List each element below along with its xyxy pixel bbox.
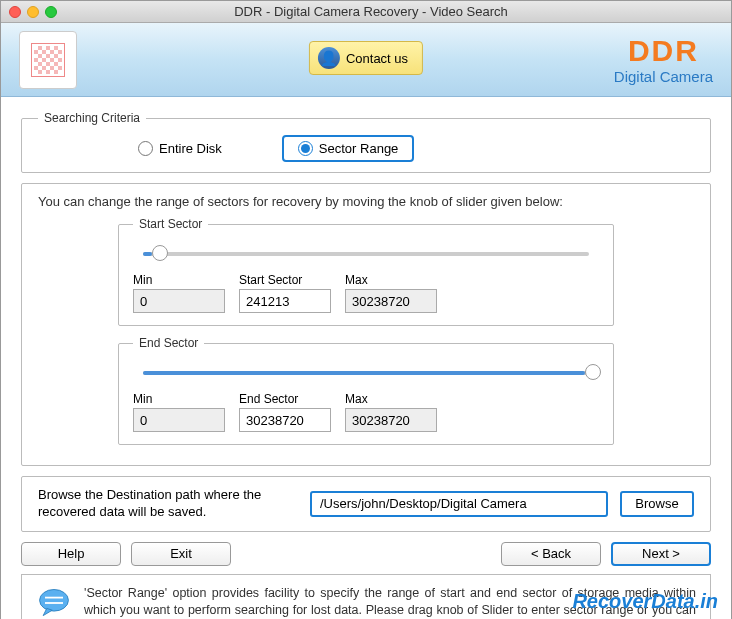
next-button[interactable]: Next >	[611, 542, 711, 566]
start-sector-field[interactable]	[239, 289, 331, 313]
browse-button[interactable]: Browse	[620, 491, 694, 517]
logo-icon	[31, 43, 65, 77]
speech-bubble-icon	[36, 585, 72, 619]
contact-label: Contact us	[346, 51, 408, 66]
start-sector-fieldset: Start Sector Min Start Sector	[118, 217, 614, 326]
entire-disk-radio[interactable]	[138, 141, 153, 156]
sector-range-label: Sector Range	[319, 141, 399, 156]
brand-block: DDR Digital Camera	[614, 34, 713, 85]
end-legend: End Sector	[133, 336, 204, 350]
brand-title: DDR	[614, 34, 713, 68]
criteria-legend: Searching Criteria	[38, 111, 146, 125]
watermark-text: RecoverData.in	[572, 590, 718, 613]
end-sector-fieldset: End Sector Min End Sector	[118, 336, 614, 445]
end-min-label: Min	[133, 392, 225, 406]
contact-us-button[interactable]: 👤 Contact us	[309, 41, 423, 75]
button-row: Help Exit < Back Next >	[21, 542, 711, 566]
entire-disk-label: Entire Disk	[159, 141, 222, 156]
sector-range-fieldset: You can change the range of sectors for …	[21, 183, 711, 466]
start-min-field	[133, 289, 225, 313]
start-sector-label: Start Sector	[239, 273, 331, 287]
destination-label: Browse the Destination path where the re…	[38, 487, 298, 521]
content-area: Searching Criteria Entire Disk Sector Ra…	[1, 97, 731, 619]
back-button[interactable]: < Back	[501, 542, 601, 566]
start-slider-knob[interactable]	[152, 245, 168, 261]
end-max-field	[345, 408, 437, 432]
app-window: DDR - Digital Camera Recovery - Video Se…	[0, 0, 732, 619]
end-min-field	[133, 408, 225, 432]
start-min-label: Min	[133, 273, 225, 287]
svg-point-0	[40, 589, 69, 611]
destination-path-field[interactable]	[310, 491, 608, 517]
sector-range-radio[interactable]	[298, 141, 313, 156]
entire-disk-option[interactable]: Entire Disk	[138, 141, 222, 156]
start-legend: Start Sector	[133, 217, 208, 231]
start-max-field	[345, 289, 437, 313]
end-sector-slider[interactable]	[143, 362, 589, 382]
window-title: DDR - Digital Camera Recovery - Video Se…	[19, 4, 723, 19]
app-logo	[19, 31, 77, 89]
range-info-text: You can change the range of sectors for …	[38, 194, 694, 209]
end-slider-knob[interactable]	[585, 364, 601, 380]
destination-fieldset: Browse the Destination path where the re…	[21, 476, 711, 532]
brand-subtitle: Digital Camera	[614, 68, 713, 85]
start-max-label: Max	[345, 273, 437, 287]
help-button[interactable]: Help	[21, 542, 121, 566]
header-bar: 👤 Contact us DDR Digital Camera	[1, 23, 731, 97]
sector-range-option[interactable]: Sector Range	[282, 135, 415, 162]
person-icon: 👤	[318, 47, 340, 69]
end-sector-field[interactable]	[239, 408, 331, 432]
start-sector-slider[interactable]	[143, 243, 589, 263]
searching-criteria-fieldset: Searching Criteria Entire Disk Sector Ra…	[21, 111, 711, 173]
end-max-label: Max	[345, 392, 437, 406]
end-sector-label: End Sector	[239, 392, 331, 406]
titlebar: DDR - Digital Camera Recovery - Video Se…	[1, 1, 731, 23]
exit-button[interactable]: Exit	[131, 542, 231, 566]
